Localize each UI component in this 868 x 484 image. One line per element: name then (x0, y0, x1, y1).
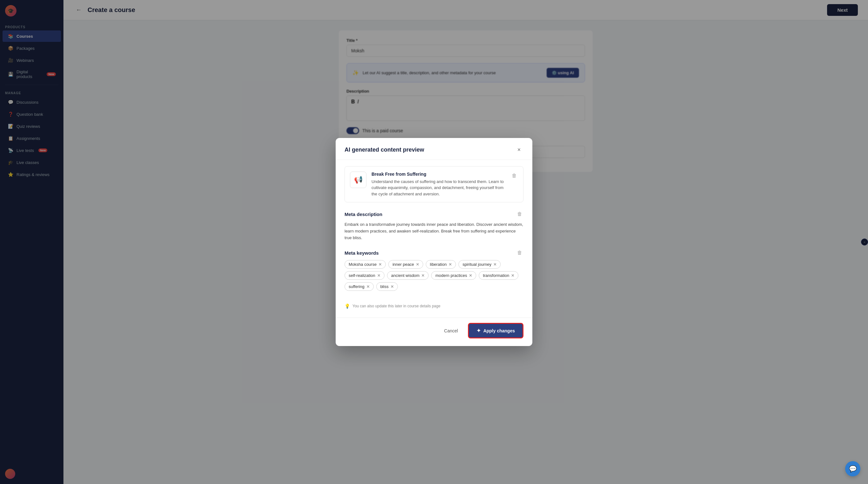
keyword-label: suffering (349, 284, 365, 289)
keyword-remove-button[interactable]: ✕ (391, 285, 394, 289)
keyword-label: liberation (430, 262, 447, 267)
modal-footer: Cancel ✦ Apply changes (336, 318, 532, 346)
course-delete-button[interactable]: 🗑 (510, 171, 518, 180)
keyword-label: transformation (483, 273, 509, 278)
keyword-tag: Moksha course✕ (344, 260, 386, 269)
keyword-remove-button[interactable]: ✕ (378, 263, 382, 266)
keyword-remove-button[interactable]: ✕ (377, 274, 380, 278)
keyword-tag: spiritual journey✕ (458, 260, 501, 269)
meta-description-section: Meta description 🗑 Embark on a transform… (344, 210, 524, 241)
keyword-label: spiritual journey (463, 262, 491, 267)
keyword-label: Moksha course (349, 262, 377, 267)
keyword-remove-button[interactable]: ✕ (448, 263, 452, 266)
meta-description-delete-button[interactable]: 🗑 (516, 210, 524, 218)
meta-keywords-header: Meta keywords 🗑 (344, 249, 524, 257)
course-description: Understand the causes of suffering and h… (372, 179, 505, 197)
modal-body: 📢 Break Free from Suffering Understand t… (336, 160, 532, 318)
course-info: Break Free from Suffering Understand the… (372, 171, 505, 197)
modal-overlay: AI generated content preview × 📢 Break F… (63, 0, 868, 484)
course-preview-card: 📢 Break Free from Suffering Understand t… (344, 166, 524, 203)
keyword-tag: modern practices✕ (431, 271, 476, 280)
keyword-remove-button[interactable]: ✕ (511, 274, 514, 278)
hint-row: 💡 You can also update this later in cour… (344, 298, 524, 311)
keyword-tag: transformation✕ (479, 271, 518, 280)
keyword-tag: liberation✕ (426, 260, 456, 269)
ai-content-preview-modal: AI generated content preview × 📢 Break F… (336, 138, 532, 346)
keyword-tag: bliss✕ (376, 282, 398, 291)
keyword-tag: ancient wisdom✕ (387, 271, 429, 280)
keyword-remove-button[interactable]: ✕ (493, 263, 496, 266)
apply-changes-button[interactable]: ✦ Apply changes (468, 323, 524, 338)
meta-keywords-title: Meta keywords (344, 250, 379, 256)
keyword-label: modern practices (435, 273, 467, 278)
keyword-label: inner peace (393, 262, 414, 267)
keyword-remove-button[interactable]: ✕ (469, 274, 472, 278)
keyword-label: ancient wisdom (391, 273, 420, 278)
apply-label: Apply changes (483, 328, 515, 333)
modal-header: AI generated content preview × (336, 138, 532, 160)
meta-keywords-delete-button[interactable]: 🗑 (516, 249, 524, 257)
keyword-remove-button[interactable]: ✕ (416, 263, 419, 266)
hint-icon: 💡 (344, 303, 350, 309)
modal-close-button[interactable]: × (515, 146, 524, 155)
keyword-tag: inner peace✕ (388, 260, 423, 269)
keyword-tag: self-realization✕ (344, 271, 384, 280)
course-icon: 📢 (350, 171, 366, 188)
meta-keywords-section: Meta keywords 🗑 Moksha course✕inner peac… (344, 249, 524, 291)
keyword-label: bliss (380, 284, 389, 289)
keyword-remove-button[interactable]: ✕ (366, 285, 370, 289)
apply-sparkle-icon: ✦ (476, 328, 480, 334)
hint-text: You can also update this later in course… (352, 304, 440, 308)
modal-title: AI generated content preview (344, 147, 424, 153)
main-content: ← Create a course Next Title * ✨ Let our… (63, 0, 868, 484)
keyword-label: self-realization (349, 273, 375, 278)
cancel-button[interactable]: Cancel (439, 325, 463, 336)
keywords-container: Moksha course✕inner peace✕liberation✕spi… (344, 260, 524, 291)
meta-description-text: Embark on a transformative journey towar… (344, 221, 524, 241)
keyword-tag: suffering✕ (344, 282, 374, 291)
meta-description-title: Meta description (344, 212, 382, 217)
keyword-remove-button[interactable]: ✕ (421, 274, 425, 278)
chat-support-button[interactable]: 💬 (845, 461, 860, 476)
meta-description-header: Meta description 🗑 (344, 210, 524, 218)
course-name: Break Free from Suffering (372, 171, 505, 177)
